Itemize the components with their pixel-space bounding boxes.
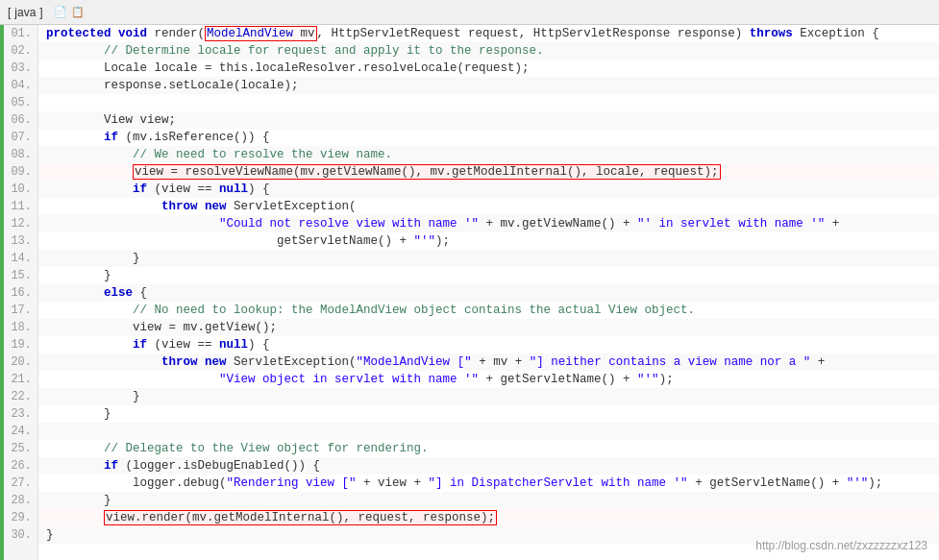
tab-bar: [java] 📄 📋	[0, 0, 939, 25]
ln-28: 28.	[4, 492, 37, 509]
ln-19: 19.	[4, 336, 37, 353]
ln-26: 26.	[4, 457, 37, 475]
line-11-text: throw new ServletException(	[46, 200, 357, 213]
code-line-23: }	[38, 405, 939, 423]
code-line-24	[38, 423, 939, 440]
code-line-13: getServletName() + "'");	[38, 232, 939, 250]
line-13-text: getServletName() + "'");	[46, 234, 450, 248]
code-line-14: }	[38, 250, 939, 267]
line-2-text: // Determine locale for request and appl…	[46, 44, 544, 58]
line-numbers: 01. 02. 03. 04. 05. 06. 07. 08. 09. 10. …	[4, 25, 38, 560]
code-line-27: logger.debug("Rendering view [" + view +…	[38, 475, 939, 492]
line-20-text: throw new ServletException("ModelAndView…	[46, 355, 825, 369]
line-1-text: protected void render(ModelAndView mv, H…	[46, 27, 879, 40]
line-17-text: // No need to lookup: the ModelAndView o…	[46, 304, 695, 317]
code-line-25: // Delegate to the View object for rende…	[38, 440, 939, 457]
line-10-text: if (view == null) {	[46, 183, 270, 196]
ln-17: 17.	[4, 302, 37, 319]
ln-11: 11.	[4, 198, 37, 215]
code-line-26: if (logger.isDebugEnabled()) {	[38, 457, 939, 475]
code-line-17: // No need to lookup: the ModelAndView o…	[38, 302, 939, 319]
code-line-7: if (mv.isReference()) {	[38, 129, 939, 146]
ln-16: 16.	[4, 284, 37, 302]
tab-label: [java] 📄 📋	[8, 6, 85, 19]
line-7-text: if (mv.isReference()) {	[46, 131, 270, 144]
line-8-text: // We need to resolve the view name.	[46, 148, 392, 161]
ln-3: 03.	[4, 60, 37, 77]
line-19-text: if (view == null) {	[46, 338, 270, 352]
code-line-21: "View object in servlet with name '" + g…	[38, 371, 939, 388]
copy-icon: 📋	[71, 6, 85, 18]
line-15-text: }	[46, 269, 111, 282]
ln-18: 18.	[4, 319, 37, 336]
code-line-22: }	[38, 388, 939, 405]
code-line-8: // We need to resolve the view name.	[38, 146, 939, 163]
line-28-text: }	[46, 494, 111, 507]
ln-6: 06.	[4, 111, 37, 129]
ln-8: 08.	[4, 146, 37, 163]
ln-15: 15.	[4, 267, 37, 284]
code-area: 01. 02. 03. 04. 05. 06. 07. 08. 09. 10. …	[0, 25, 939, 560]
line-5-text	[46, 96, 54, 110]
code-line-19: if (view == null) {	[38, 336, 939, 353]
line-30-text: }	[46, 528, 54, 542]
bracket-open: [	[8, 6, 11, 19]
ln-23: 23.	[4, 405, 37, 423]
code-line-4: response.setLocale(locale);	[38, 77, 939, 94]
line-12-text: "Could not resolve view with name '" + m…	[46, 217, 839, 231]
ln-10: 10.	[4, 181, 37, 198]
editor-container: [java] 📄 📋 01. 02. 03. 04. 05. 06. 07. 0…	[0, 0, 939, 560]
code-line-29: view.render(mv.getModelInternal(), reque…	[38, 509, 939, 526]
code-line-15: }	[38, 267, 939, 284]
ln-22: 22.	[4, 388, 37, 405]
line-26-text: if (logger.isDebugEnabled()) {	[46, 459, 320, 473]
ln-20: 20.	[4, 353, 37, 371]
ln-29: 29.	[4, 509, 37, 526]
file-icon: 📄	[54, 6, 67, 18]
line-9-text: view = resolveViewName(mv.getViewName(),…	[46, 165, 721, 179]
tab-lang: java	[14, 6, 36, 19]
ln-12: 12.	[4, 215, 37, 232]
line-21-text: "View object in servlet with name '" + g…	[46, 373, 674, 386]
ln-21: 21.	[4, 371, 37, 388]
line-6-text: View view;	[46, 113, 176, 127]
code-lines[interactable]: protected void render(ModelAndView mv, H…	[38, 25, 939, 560]
line-14-text: }	[46, 252, 140, 265]
code-line-28: }	[38, 492, 939, 509]
line-24-text	[46, 425, 54, 438]
ln-5: 05.	[4, 94, 37, 111]
ln-2: 02.	[4, 42, 37, 60]
code-line-2: // Determine locale for request and appl…	[38, 42, 939, 60]
code-line-16: else {	[38, 284, 939, 302]
line-4-text: response.setLocale(locale);	[46, 79, 299, 92]
ln-25: 25.	[4, 440, 37, 457]
line-29-text: view.render(mv.getModelInternal(), reque…	[46, 511, 497, 524]
code-line-18: view = mv.getView();	[38, 319, 939, 336]
line-25-text: // Delegate to the View object for rende…	[46, 442, 429, 455]
ln-30: 30.	[4, 526, 37, 544]
code-line-6: View view;	[38, 111, 939, 129]
code-line-9: view = resolveViewName(mv.getViewName(),…	[38, 163, 939, 181]
ln-27: 27.	[4, 475, 37, 492]
code-line-12: "Could not resolve view with name '" + m…	[38, 215, 939, 232]
ln-9: 09.	[4, 163, 37, 181]
ln-1: 01.	[4, 25, 37, 42]
line-3-text: Locale locale = this.localeResolver.reso…	[46, 61, 530, 75]
code-line-10: if (view == null) {	[38, 181, 939, 198]
code-line-1: protected void render(ModelAndView mv, H…	[38, 25, 939, 42]
line-18-text: view = mv.getView();	[46, 321, 277, 334]
bracket-close: ]	[39, 6, 42, 19]
ln-4: 04.	[4, 77, 37, 94]
ln-24: 24.	[4, 423, 37, 440]
line-27-text: logger.debug("Rendering view [" + view +…	[46, 476, 882, 490]
line-16-text: else {	[46, 286, 147, 300]
line-22-text: }	[46, 390, 140, 403]
code-line-3: Locale locale = this.localeResolver.reso…	[38, 60, 939, 77]
ln-7: 07.	[4, 129, 37, 146]
code-line-5	[38, 94, 939, 111]
ln-14: 14.	[4, 250, 37, 267]
watermark: http://blog.csdn.net/zxzzzzzxz123	[755, 539, 927, 552]
code-line-20: throw new ServletException("ModelAndView…	[38, 353, 939, 371]
code-line-11: throw new ServletException(	[38, 198, 939, 215]
ln-13: 13.	[4, 232, 37, 250]
